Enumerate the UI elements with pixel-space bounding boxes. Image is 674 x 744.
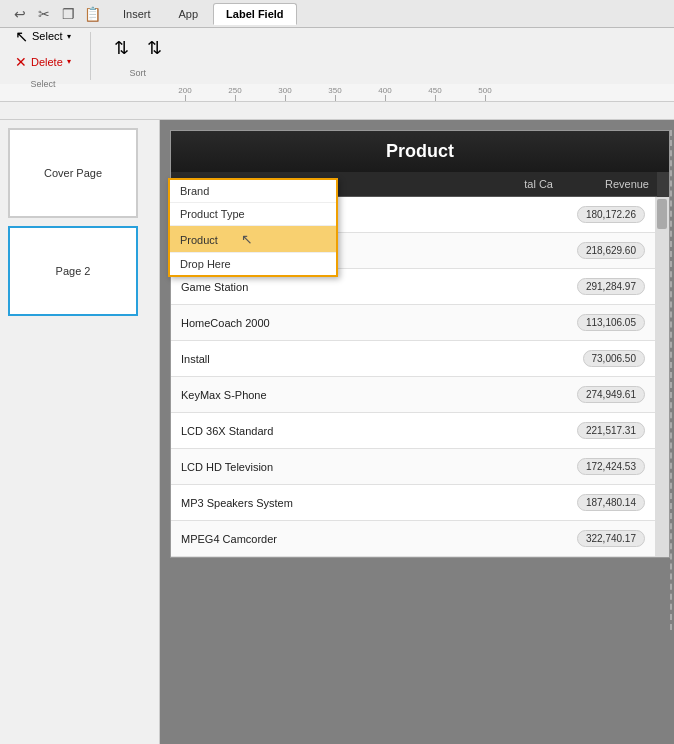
revenue-badge: 291,284.97 — [577, 278, 645, 295]
ruler-tick — [285, 95, 286, 101]
product-cell: LCD HD Television — [171, 455, 545, 479]
ruler-label: 200 — [178, 86, 191, 95]
ribbon-row: ↖ Select ▾ ✕ Delete ▾ Select ⇅ ⇅ — [0, 28, 674, 84]
delete-button[interactable]: ✕ Delete ▾ — [8, 51, 78, 73]
revenue-badge: 218,629.60 — [577, 242, 645, 259]
revenue-cell: 187,480.14 — [545, 488, 655, 517]
table-row: MPEG4 Camcorder 322,740.17 — [171, 521, 655, 557]
cursor-icon-inline: ↖ — [241, 231, 253, 247]
report-title: Product — [386, 141, 454, 161]
toolbar-icons: ↩ ✂ ❐ 📋 — [4, 4, 108, 24]
ruler-tick — [185, 95, 186, 101]
revenue-cell: 291,284.97 — [545, 272, 655, 301]
ruler-tick — [485, 95, 486, 101]
ruler-marks: 200 250 300 350 400 450 — [160, 84, 510, 101]
copy-icon[interactable]: ❐ — [58, 4, 78, 24]
revenue-cell: 73,006.50 — [545, 344, 655, 373]
tab-bar: ↩ ✂ ❐ 📋 Insert App Label Field — [0, 0, 674, 28]
ruler-tick — [335, 95, 336, 101]
select-group: ↖ Select ▾ ✕ Delete ▾ Select — [8, 32, 91, 80]
sort-group-label: Sort — [130, 68, 147, 78]
sort-asc-button[interactable]: ⇅ — [107, 34, 136, 62]
select-label: Select — [32, 30, 63, 42]
product-cell: MP3 Speakers System — [171, 491, 545, 515]
table-row: LCD HD Television 172,424.53 — [171, 449, 655, 485]
dropdown-item-product-type[interactable]: Product Type — [170, 203, 336, 226]
revenue-cell: 221,517.31 — [545, 416, 655, 445]
ruler-tick — [385, 95, 386, 101]
product-cell: MPEG4 Camcorder — [171, 527, 545, 551]
cut-icon[interactable]: ✂ — [34, 4, 54, 24]
product-cell: HomeCoach 2000 — [171, 311, 545, 335]
tab-insert[interactable]: Insert — [110, 3, 164, 25]
dropdown-menu: Brand Product Type Product ↖ Drop Here — [168, 178, 338, 277]
ruler-mark-450: 450 — [410, 86, 460, 101]
report-right-dashed-border — [670, 130, 672, 630]
table-row: KeyMax S-Phone 274,949.61 — [171, 377, 655, 413]
ruler-mark-400: 400 — [360, 86, 410, 101]
ruler-tick — [235, 95, 236, 101]
table-row: HomeCoach 2000 113,106.05 — [171, 305, 655, 341]
dropdown-item-brand[interactable]: Brand — [170, 180, 336, 203]
ruler-mark-500: 500 — [460, 86, 510, 101]
scroll-header — [657, 172, 669, 197]
select-button[interactable]: ↖ Select ▾ — [8, 24, 78, 49]
dropdown-item-drop-here[interactable]: Drop Here — [170, 253, 336, 275]
cover-page-label: Cover Page — [44, 167, 102, 179]
revenue-cell: 322,740.17 — [545, 524, 655, 553]
canvas-area: Product Brand tal Ca Revenue Electronic … — [160, 120, 674, 744]
page-2-label: Page 2 — [56, 265, 91, 277]
ruler: 200 250 300 350 400 450 — [0, 84, 674, 102]
ruler-mark-250: 250 — [210, 86, 260, 101]
scrollbar[interactable] — [655, 197, 669, 557]
revenue-cell: 113,106.05 — [545, 308, 655, 337]
delete-dropdown-arrow: ▾ — [67, 57, 71, 66]
page-thumbnail-cover[interactable]: Cover Page — [8, 128, 138, 218]
sort-desc-icon: ⇅ — [147, 37, 162, 59]
select-group-label: Select — [30, 79, 55, 89]
revenue-cell: 218,629.60 — [545, 236, 655, 265]
table-row: MP3 Speakers System 187,480.14 — [171, 485, 655, 521]
ruler-mark-200: 200 — [160, 86, 210, 101]
ruler-tick — [435, 95, 436, 101]
tab-app[interactable]: App — [166, 3, 212, 25]
revenue-badge: 113,106.05 — [577, 314, 645, 331]
revenue-cell: 172,424.53 — [545, 452, 655, 481]
product-cell: Install — [171, 347, 545, 371]
toolbar-container: ↩ ✂ ❐ 📋 Insert App Label Field ↖ Select … — [0, 0, 674, 120]
table-row: Install 73,006.50 — [171, 341, 655, 377]
sort-group: ⇅ ⇅ Sort — [107, 32, 181, 80]
col-header-revenue: Revenue — [557, 172, 657, 196]
delete-label: Delete — [31, 56, 63, 68]
ruler-label: 500 — [478, 86, 491, 95]
scroll-thumb[interactable] — [657, 199, 667, 229]
revenue-cell: 180,172.26 — [545, 200, 655, 229]
sidebar: Cover Page Page 2 — [0, 120, 160, 744]
sort-asc-icon: ⇅ — [114, 37, 129, 59]
col-header-totalca: tal Ca — [477, 172, 557, 196]
sort-desc-button[interactable]: ⇅ — [140, 34, 169, 62]
select-dropdown-arrow: ▾ — [67, 32, 71, 41]
revenue-badge: 172,424.53 — [577, 458, 645, 475]
revenue-badge: 73,006.50 — [583, 350, 646, 367]
paste-icon[interactable]: 📋 — [82, 4, 102, 24]
tab-label-field[interactable]: Label Field — [213, 3, 296, 25]
table-row: LCD 36X Standard 221,517.31 — [171, 413, 655, 449]
revenue-cell: 274,949.61 — [545, 380, 655, 409]
revenue-badge: 221,517.31 — [577, 422, 645, 439]
ruler-mark-350: 350 — [310, 86, 360, 101]
revenue-badge: 322,740.17 — [577, 530, 645, 547]
page-thumbnail-2[interactable]: Page 2 — [8, 226, 138, 316]
revenue-badge: 187,480.14 — [577, 494, 645, 511]
main-area: Cover Page Page 2 Product Brand tal Ca R… — [0, 120, 674, 744]
revenue-badge: 180,172.26 — [577, 206, 645, 223]
delete-icon: ✕ — [15, 54, 27, 70]
ruler-label: 450 — [428, 86, 441, 95]
ruler-label: 400 — [378, 86, 391, 95]
cursor-icon: ↖ — [15, 27, 28, 46]
ruler-label: 350 — [328, 86, 341, 95]
revenue-badge: 274,949.61 — [577, 386, 645, 403]
dropdown-item-product[interactable]: Product ↖ — [170, 226, 336, 253]
undo-icon[interactable]: ↩ — [10, 4, 30, 24]
ruler-label: 250 — [228, 86, 241, 95]
